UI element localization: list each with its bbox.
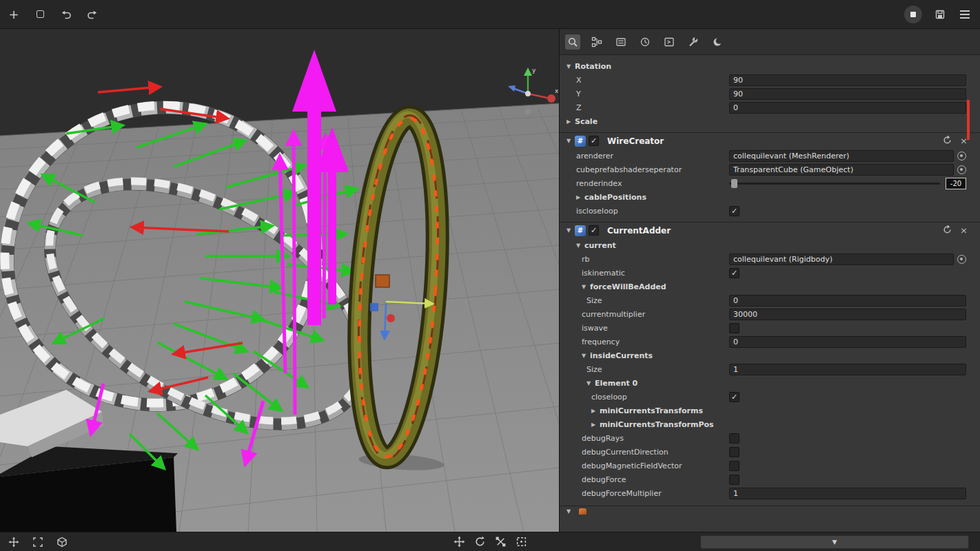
foldout-closed-icon: ▶ — [576, 194, 584, 200]
notes-button[interactable] — [613, 34, 629, 50]
moon-icon — [712, 37, 723, 48]
rotation-x-row: X — [566, 73, 966, 87]
debugforcemultiplier-row: debugForceMultiplier — [566, 486, 966, 500]
rect-tool-button[interactable] — [514, 535, 528, 549]
iscloseloop-checkbox[interactable]: ✓ — [729, 206, 739, 216]
black-box — [0, 446, 178, 532]
rb-object-field[interactable]: collequilevant (Rigidbody) — [729, 253, 954, 265]
scene-viewport[interactable]: y x — [0, 29, 560, 532]
record-button[interactable] — [904, 6, 922, 23]
undo-button[interactable] — [59, 8, 73, 21]
history-button[interactable] — [637, 34, 653, 50]
save-button[interactable] — [933, 8, 947, 21]
currentmultiplier-label: currentmultiplier — [566, 310, 729, 319]
iskinematic-label: iskinematic — [566, 269, 729, 278]
component-header-currentadder[interactable]: ▼ # ✓ CurrentAdder × — [560, 222, 980, 238]
debugforce-row: debugForce — [566, 472, 966, 486]
pivot-mode-button[interactable] — [55, 535, 69, 549]
slider-handle[interactable] — [731, 179, 737, 188]
closeloop-label: closeloop — [566, 393, 729, 402]
foldout-closed-icon: ▶ — [591, 408, 600, 414]
rotate-tool-icon — [474, 536, 486, 548]
foldout-current[interactable]: ▼current — [566, 238, 966, 252]
editor-window: + — [0, 0, 980, 551]
search-button[interactable] — [565, 34, 580, 50]
foldout-minicurrentstransforms[interactable]: ▶miniCurrentsTransforms — [566, 404, 966, 417]
foldout-open-icon[interactable]: ▼ — [566, 138, 575, 144]
foldout-element0[interactable]: ▼Element 0 — [566, 376, 966, 390]
menu-button[interactable] — [958, 8, 972, 21]
debugforce-checkbox[interactable] — [729, 475, 739, 485]
partial-component-header[interactable]: ▼ — [560, 506, 980, 514]
add-button[interactable]: + — [7, 8, 21, 21]
rotation-y-input[interactable] — [729, 88, 966, 100]
theme-button[interactable] — [710, 34, 725, 50]
minitransforms-label: miniCurrentsTransforms — [600, 406, 703, 415]
frame-button[interactable] — [33, 8, 47, 21]
foldout-scale[interactable]: ▶Scale — [566, 114, 966, 128]
component-enabled-checkbox[interactable]: ✓ — [589, 225, 599, 236]
orbit-tool-button[interactable] — [473, 535, 487, 549]
debugrays-checkbox[interactable] — [729, 433, 739, 444]
foldout-open-icon[interactable]: ▼ — [566, 227, 575, 233]
iscloseloop-label: iscloseloop — [566, 207, 729, 216]
refresh-button[interactable] — [943, 134, 952, 147]
frequency-input[interactable] — [729, 336, 966, 348]
object-picker-icon[interactable] — [957, 255, 966, 264]
hierarchy-icon — [591, 37, 602, 48]
wrench-icon — [688, 37, 699, 48]
console-button[interactable] — [662, 34, 677, 50]
frequency-row: frequency — [566, 335, 966, 349]
rotation-z-input[interactable] — [729, 102, 966, 114]
cubeprefab-object-field[interactable]: TransparentCube (GameObject) — [729, 164, 954, 176]
redo-button[interactable] — [85, 8, 99, 21]
iskinematic-checkbox[interactable]: ✓ — [729, 268, 739, 278]
force-size-row: Size — [566, 293, 966, 307]
debugcurrentdirection-checkbox[interactable] — [729, 447, 739, 457]
scale-tool-button[interactable] — [493, 535, 507, 549]
layers-dropdown[interactable]: ▼ — [700, 535, 969, 549]
override-indicator — [967, 100, 970, 140]
debugmagneticfieldvector-row: debugMagneticFieldVector — [566, 459, 966, 472]
object-picker-icon[interactable] — [957, 165, 966, 174]
inside-size-row: Size — [566, 362, 966, 376]
rb-label: rb — [566, 255, 729, 264]
closeloop-checkbox[interactable]: ✓ — [729, 392, 739, 402]
iswave-label: iswave — [566, 324, 729, 333]
force-size-input[interactable] — [729, 295, 966, 306]
component-header-wirecreator[interactable]: ▼ # ✓ WireCreator × — [560, 132, 980, 149]
inside-size-input[interactable] — [729, 364, 966, 375]
refresh-button[interactable] — [943, 224, 952, 237]
debugforcemultiplier-input[interactable] — [729, 488, 966, 499]
component-enabled-checkbox[interactable]: ✓ — [589, 136, 599, 146]
foldout-forcewillbeadded[interactable]: ▼forceWillBeAdded — [566, 280, 966, 293]
currentmultiplier-row: currentmultiplier — [566, 307, 966, 321]
move-mode-button[interactable] — [7, 535, 21, 549]
remove-component-button[interactable]: × — [960, 226, 968, 235]
iswave-checkbox[interactable] — [729, 323, 739, 333]
foldout-rotation[interactable]: ▼Rotation — [566, 59, 966, 73]
expand-mode-button[interactable] — [31, 535, 45, 549]
debugmagneticfieldvector-checkbox[interactable] — [729, 461, 739, 471]
currentmultiplier-input[interactable] — [729, 309, 966, 320]
renderindex-value[interactable]: -20 — [946, 178, 966, 189]
hierarchy-button[interactable] — [589, 34, 604, 50]
pan-tool-button[interactable] — [452, 535, 466, 549]
script-icon — [579, 508, 586, 514]
clock-icon — [640, 37, 651, 48]
plus-icon: + — [8, 8, 19, 21]
frame-icon — [37, 10, 44, 18]
rotation-x-input[interactable] — [729, 74, 966, 86]
expand-icon — [32, 537, 43, 548]
renderindex-slider[interactable] — [729, 183, 940, 185]
object-picker-icon[interactable] — [957, 152, 966, 160]
tools-button[interactable] — [686, 34, 701, 50]
foldout-insidecurrents[interactable]: ▼insideCurrents — [566, 349, 966, 362]
element0-label: Element 0 — [595, 379, 637, 388]
arenderer-object-field[interactable]: collequilevant (MeshRenderer) — [729, 150, 954, 162]
debugmagneticfieldvector-label: debugMagneticFieldVector — [566, 461, 729, 470]
foldout-cablepositions[interactable]: ▶cablePositions — [566, 190, 966, 204]
foldout-minicurrentstransformpos[interactable]: ▶miniCurrentsTransformPos — [566, 417, 966, 431]
rb-row: rb collequilevant (Rigidbody) — [566, 252, 966, 266]
chevron-down-icon: ▼ — [833, 539, 837, 545]
